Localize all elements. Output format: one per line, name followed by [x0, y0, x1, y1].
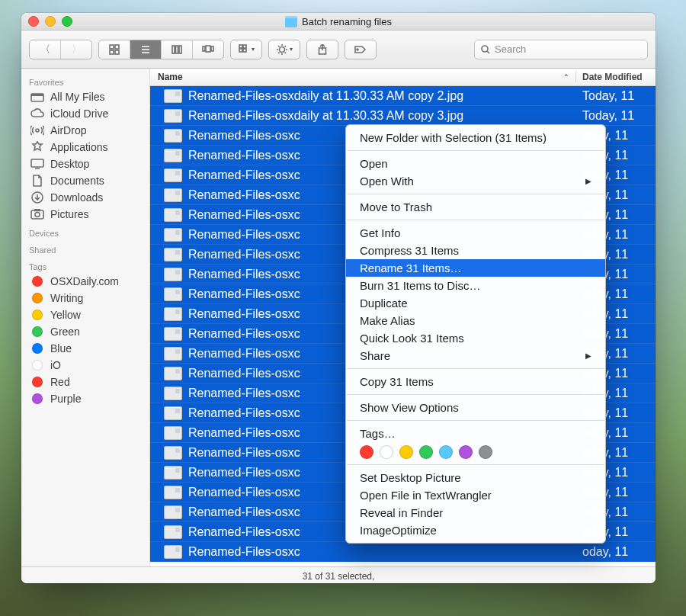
menu-item-duplicate[interactable]: Duplicate: [346, 294, 605, 312]
file-date: Today, 11: [576, 109, 656, 123]
file-icon: [164, 89, 182, 103]
menu-separator: [347, 150, 604, 151]
menu-item-label: Tags…: [360, 427, 396, 440]
svg-rect-38: [31, 210, 43, 219]
sidebar-item-label: iCloud Drive: [50, 107, 108, 120]
menu-item-move-to-trash[interactable]: Move to Trash: [346, 198, 605, 216]
view-icons-button[interactable]: [99, 40, 130, 59]
file-row[interactable]: Renamed-Files-osxc oday, 11: [150, 542, 656, 562]
sidebar-tag-osxdaily-com[interactable]: OSXDaily.com: [21, 273, 149, 290]
window-title-text: Batch renaming files: [302, 16, 392, 27]
menu-tag-circle[interactable]: [360, 445, 373, 459]
sidebar-item-downloads[interactable]: Downloads: [21, 189, 149, 206]
menu-item-open-with[interactable]: Open With: [346, 172, 605, 190]
file-row[interactable]: Renamed-Files-osxdaily at 11.30.33 AM co…: [150, 86, 656, 106]
sidebar: Favorites All My Files iCloud Drive AirD…: [21, 69, 150, 566]
sidebar-item-icon: [30, 124, 44, 136]
share-button[interactable]: [306, 40, 338, 59]
menu-item-open[interactable]: Open: [346, 155, 605, 172]
menu-tag-circle[interactable]: [459, 445, 473, 459]
file-icon: [164, 307, 182, 321]
file-icon: [164, 347, 182, 361]
sidebar-item-pictures[interactable]: Pictures: [21, 206, 149, 223]
sidebar-tag-label: Writing: [50, 292, 83, 304]
menu-item-show-view-options[interactable]: Show View Options: [346, 399, 605, 416]
menu-item-imageoptimize[interactable]: ImageOptimize: [346, 521, 605, 539]
arrange-button[interactable]: ▾: [230, 40, 262, 59]
sidebar-item-icloud-drive[interactable]: iCloud Drive: [21, 105, 149, 122]
file-icon: [164, 208, 182, 222]
sidebar-item-airdrop[interactable]: AirDrop: [21, 122, 149, 139]
sidebar-item-applications[interactable]: Applications: [21, 139, 149, 156]
sidebar-item-all-my-files[interactable]: All My Files: [21, 88, 149, 105]
column-name[interactable]: Name ⌃: [150, 72, 575, 82]
menu-item-set-desktop-picture[interactable]: Set Desktop Picture: [346, 469, 605, 486]
svg-rect-2: [110, 50, 114, 54]
sidebar-tag-green[interactable]: Green: [21, 323, 149, 340]
menu-item-label: Duplicate: [360, 297, 408, 310]
menu-item-label: Quick Look 31 Items: [360, 332, 464, 345]
sidebar-tag-writing[interactable]: Writing: [21, 290, 149, 306]
sidebar-tag-yellow[interactable]: Yellow: [21, 306, 149, 323]
menu-item-open-file-in-textwrangler[interactable]: Open File in TextWrangler: [346, 486, 605, 504]
menu-item-burn-items-to-disc[interactable]: Burn 31 Items to Disc…: [346, 277, 605, 294]
column-date[interactable]: Date Modified: [575, 72, 656, 82]
menu-item-rename-items[interactable]: Rename 31 Items…: [346, 259, 605, 277]
view-coverflow-button[interactable]: [193, 40, 223, 59]
sidebar-tag-io[interactable]: iO: [21, 357, 149, 374]
forward-button[interactable]: 〉: [61, 40, 91, 59]
sidebar-tag-red[interactable]: Red: [21, 374, 149, 390]
view-list-button[interactable]: [130, 40, 162, 59]
menu-item-tags[interactable]: Tags…: [346, 425, 605, 442]
svg-rect-11: [203, 47, 205, 51]
action-button[interactable]: ▾: [268, 40, 300, 59]
titlebar: Batch renaming files: [21, 13, 656, 30]
view-columns-button[interactable]: [162, 40, 193, 59]
menu-item-label: Rename 31 Items…: [360, 261, 461, 274]
sidebar-item-documents[interactable]: Documents: [21, 172, 149, 189]
menu-item-reveal-in-finder[interactable]: Reveal in Finder: [346, 504, 605, 521]
menu-item-quick-look-items[interactable]: Quick Look 31 Items: [346, 329, 605, 347]
menu-tag-circle[interactable]: [439, 445, 453, 459]
tags-button[interactable]: [345, 40, 377, 59]
sidebar-tag-label: Purple: [50, 393, 81, 405]
sidebar-tag-label: Blue: [50, 342, 72, 355]
search-input[interactable]: Search: [474, 40, 648, 59]
svg-line-23: [284, 52, 286, 53]
back-button[interactable]: 〈: [30, 40, 61, 59]
menu-item-copy-items[interactable]: Copy 31 Items: [346, 373, 605, 390]
svg-line-25: [284, 46, 286, 47]
sidebar-tag-blue[interactable]: Blue: [21, 340, 149, 357]
svg-rect-13: [239, 45, 242, 48]
column-headers: Name ⌃ Date Modified: [150, 69, 656, 86]
svg-point-33: [36, 129, 39, 132]
menu-item-new-folder-with-selection-items[interactable]: New Folder with Selection (31 Items): [346, 129, 605, 146]
file-icon: [164, 248, 182, 261]
menu-item-label: Open: [360, 157, 388, 170]
menu-item-share[interactable]: Share: [346, 347, 605, 364]
menu-item-get-info[interactable]: Get Info: [346, 224, 605, 242]
sidebar-tag-label: OSXDaily.com: [50, 275, 119, 287]
tag-dot-icon: [32, 360, 43, 371]
menu-tag-circle[interactable]: [479, 445, 492, 459]
menu-item-compress-items[interactable]: Compress 31 Items: [346, 242, 605, 259]
file-icon: [164, 367, 182, 380]
close-button[interactable]: [28, 16, 39, 27]
minimize-button[interactable]: [45, 16, 56, 27]
zoom-button[interactable]: [62, 16, 72, 27]
file-row[interactable]: Renamed-Files-osxdaily at 11.30.33 AM co…: [150, 106, 656, 126]
svg-rect-9: [179, 46, 181, 53]
file-icon: [164, 486, 182, 499]
context-menu: New Folder with Selection (31 Items)Open…: [345, 124, 606, 544]
menu-tag-circle[interactable]: [380, 445, 393, 459]
menu-tag-circle[interactable]: [419, 445, 433, 459]
search-placeholder: Search: [495, 43, 526, 55]
file-icon: [164, 406, 182, 420]
menu-item-label: Open File in TextWrangler: [360, 489, 492, 502]
sidebar-item-desktop[interactable]: Desktop: [21, 156, 149, 172]
menu-tag-circle[interactable]: [399, 445, 413, 459]
svg-rect-7: [172, 46, 175, 53]
menu-item-make-alias[interactable]: Make Alias: [346, 312, 605, 329]
sidebar-tag-purple[interactable]: Purple: [21, 390, 149, 407]
tag-dot-icon: [32, 310, 43, 320]
